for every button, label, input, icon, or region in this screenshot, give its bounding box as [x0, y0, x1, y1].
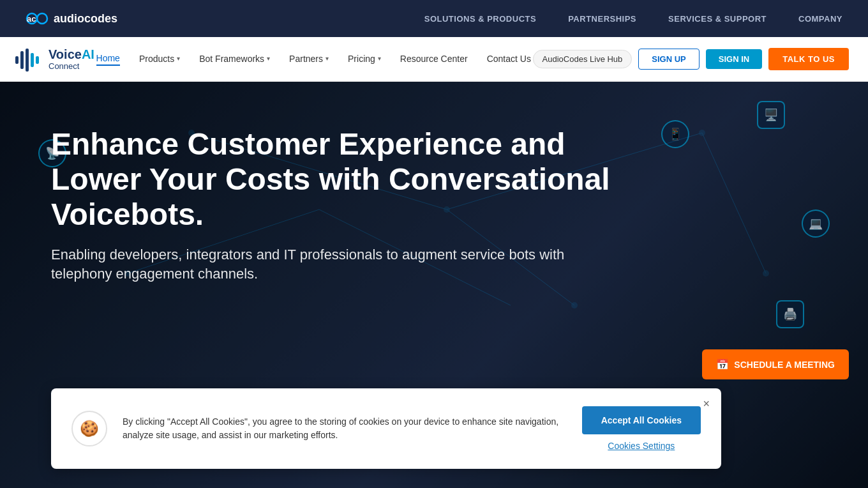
svg-rect-7 [36, 56, 39, 64]
accept-all-cookies-button[interactable]: Accept All Cookies [582, 406, 701, 434]
hero-title: Enhance Customer Experience and Lower Yo… [51, 126, 625, 233]
calendar-icon: 📅 [716, 358, 729, 370]
bot-frameworks-arrow: ▾ [267, 55, 270, 62]
talk-to-us-button[interactable]: TALK TO US [768, 48, 849, 70]
nav-company[interactable]: COMPANY [798, 14, 842, 24]
svg-point-17 [571, 302, 578, 309]
brand-connect: Connect [49, 61, 94, 71]
voiceai-logo[interactable]: VoiceAI Connect [13, 43, 94, 75]
nav-resource-center[interactable]: Resource Center [400, 54, 468, 65]
svg-rect-5 [26, 49, 29, 72]
cookie-banner: 🍪 By clicking "Accept All Cookies", you … [51, 388, 721, 469]
nav-home[interactable]: Home [96, 53, 120, 66]
schedule-meeting-label: SCHEDULE A MEETING [734, 360, 835, 370]
hero-subtitle: Enabling developers, integrators and IT … [51, 245, 594, 285]
cookie-close-button[interactable]: × [703, 397, 710, 411]
nav-services[interactable]: SERVICES & SUPPORT [668, 14, 767, 24]
partners-arrow: ▾ [326, 55, 329, 62]
live-hub-badge[interactable]: AudioCodes Live Hub [533, 50, 632, 68]
sub-navigation: VoiceAI Connect Home Products ▾ Bot Fram… [0, 37, 868, 82]
svg-rect-6 [31, 53, 34, 67]
brand-ai: AI [82, 47, 94, 61]
nav-pricing[interactable]: Pricing ▾ [348, 54, 381, 65]
svg-rect-4 [20, 51, 24, 69]
hero-section: 📱 🖥️ 💻 📡 🖨️ Enhance Customer Experience … [0, 82, 868, 488]
top-nav-links: SOLUTIONS & PRODUCTS PARTNERSHIPS SERVIC… [424, 14, 842, 24]
nav-partners[interactable]: Partners ▾ [289, 54, 329, 65]
svg-rect-3 [15, 56, 19, 64]
cookies-settings-button[interactable]: Cookies Settings [608, 441, 675, 451]
waveform-icon [13, 43, 45, 75]
cookie-icon: 🍪 [71, 411, 107, 446]
svg-text:ac: ac [27, 14, 36, 24]
svg-point-1 [37, 13, 47, 24]
svg-point-19 [763, 270, 769, 277]
sub-nav-actions: AudioCodes Live Hub SIGN UP SIGN IN TALK… [533, 48, 849, 70]
audiocodes-logo-text: audiocodes [54, 12, 117, 26]
hero-content: Enhance Customer Experience and Lower Yo… [51, 126, 740, 284]
cookie-text: By clicking "Accept All Cookies", you ag… [123, 415, 567, 442]
sub-nav-links: Home Products ▾ Bot Frameworks ▾ Partner… [96, 53, 531, 66]
products-arrow: ▾ [177, 55, 180, 62]
sign-up-button[interactable]: SIGN UP [638, 49, 699, 70]
top-navigation: ac audiocodes SOLUTIONS & PRODUCTS PARTN… [0, 0, 868, 37]
nav-solutions[interactable]: SOLUTIONS & PRODUCTS [424, 14, 536, 24]
schedule-meeting-button[interactable]: 📅 SCHEDULE A MEETING [702, 349, 849, 379]
pricing-arrow: ▾ [378, 55, 381, 62]
nav-partnerships[interactable]: PARTNERSHIPS [568, 14, 636, 24]
sign-in-button[interactable]: SIGN IN [706, 49, 762, 69]
nav-bot-frameworks[interactable]: Bot Frameworks ▾ [199, 54, 270, 65]
brand-voice: Voice [49, 47, 82, 61]
nav-contact-us[interactable]: Contact Us [487, 54, 531, 65]
cookie-actions: Accept All Cookies Cookies Settings [582, 406, 701, 451]
nav-products[interactable]: Products ▾ [139, 54, 180, 65]
audiocodes-logo[interactable]: ac audiocodes [26, 7, 117, 30]
